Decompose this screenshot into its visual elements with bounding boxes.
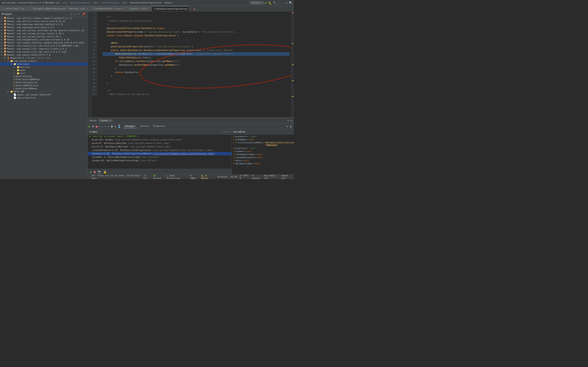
tab-delegating[interactable]: C DelegatingMethodAccessorImpl.cla ×: [29, 6, 66, 11]
debug-layout-btn[interactable]: ⊟: [291, 119, 292, 122]
debug-layout2-btn[interactable]: ⊞: [290, 125, 292, 128]
var-expand-icon[interactable]: ►: [233, 141, 234, 143]
tab-close[interactable]: ×: [87, 8, 88, 10]
frame-build-77[interactable]: build:77, DataSourceBuilder (org.springf…: [88, 145, 232, 149]
tree-item-metrics[interactable]: ► 📁 metrics: [0, 66, 87, 69]
debug-add-btn[interactable]: +: [286, 125, 288, 128]
endpoints-tab[interactable]: Endpoints: [152, 124, 167, 128]
tree-item-servo[interactable]: ▼ 📦 Maven: com.netflix.servo:servo-core:…: [0, 20, 87, 23]
tab-binder[interactable]: C Binder.class ×: [127, 6, 152, 11]
checkmark-button[interactable]: ✓: [283, 1, 285, 4]
user-name[interactable]: luoshu ▾: [250, 1, 264, 4]
frame-bind-97[interactable]: bind:97, DataSourceBuilder (org.springfr…: [88, 142, 232, 145]
debugger-tab[interactable]: Debugger: [123, 124, 137, 128]
build-button[interactable]: 🔨: [273, 1, 277, 4]
evaluate-btn[interactable]: 🖩: [110, 125, 114, 128]
frame-invoke0[interactable]: invoke0:-1, NativeMethodAccessorImpl (su…: [88, 155, 232, 159]
tab-close[interactable]: ×: [26, 8, 27, 10]
tab-javabeanbinder[interactable]: C JavaBeanBinder.class ×: [90, 6, 127, 11]
tree-item-meta-inf[interactable]: ▼ 📁 META-INF: [0, 90, 87, 93]
tree-item-maven-zaxxer[interactable]: ► 📄 maven.com.zaxxer.HikariCP: [0, 93, 87, 96]
pause-btn[interactable]: ⏸: [91, 125, 95, 128]
status-event-log[interactable]: Event Log: [281, 174, 292, 179]
tab-datasourceconfiguration[interactable]: C DataSourceConfiguration.java ×: [152, 6, 189, 11]
sidebar-collapse-btn[interactable]: ⚙: [70, 12, 73, 16]
frame-bind-179[interactable]: bind:179, Binder (org.springframework.bo…: [88, 138, 232, 142]
tree-item-hikarijndifactory[interactable]: ► C HikariJNDIFactory: [0, 84, 87, 87]
breadcrumb-org[interactable]: org: [63, 1, 67, 4]
status-debug[interactable]: 🐛 5: Debug: [201, 174, 215, 179]
tree-item-jersey-contribs[interactable]: ▼ 📦 Maven: com.sun.jersey.contribs:jerse…: [0, 29, 87, 32]
frames-filter-btn[interactable]: ▽: [226, 130, 227, 133]
tree-item-zaxxer-pkg[interactable]: ▼ 📁 com.zaxxer.hikari: [0, 59, 87, 63]
frames-up-btn[interactable]: ↑: [221, 130, 223, 133]
tree-item-ribbon[interactable]: ▼ 📦 Maven: com.netflix.ribbon:ribbon-tra…: [0, 17, 87, 20]
tree-item-okio[interactable]: ▼ 📦 Maven: com.squareup.okio:okio:2.2.2: [0, 26, 87, 29]
tab-accessorimpl[interactable]: C ccessorImpl.cla ×: [0, 6, 29, 11]
debug-settings-btn[interactable]: ⚙: [287, 119, 289, 122]
step-over-btn[interactable]: ↷: [98, 125, 101, 128]
frame-dropdown[interactable]: ▾: [138, 135, 139, 138]
debug-close-btn[interactable]: 🔒: [103, 170, 107, 174]
tab-overflow[interactable]: ▾: [189, 7, 192, 10]
step-into-btn[interactable]: ↓: [101, 125, 104, 128]
sidebar-gear-btn[interactable]: ⟳: [77, 12, 81, 16]
tab-close[interactable]: ×: [123, 8, 124, 10]
frame-invoke-62[interactable]: invoke:62, NativeMethodAccessorImpl (sun…: [88, 159, 232, 162]
status-git[interactable]: ⎇ Git: [143, 174, 151, 179]
debug-session-tab[interactable]: luoshu ×: [98, 119, 112, 122]
tree-item-hikaricp-maven[interactable]: ▼ 📦 Maven: com.zaxxer:HikariCP:2.7.9: [0, 53, 87, 57]
frame-createdatasource[interactable]: createDataSource:43, DataSourceConfigura…: [88, 149, 232, 152]
run-cursor-btn[interactable]: →: [107, 125, 110, 128]
console-tab[interactable]: Console: [138, 124, 151, 128]
frame-datasource-81[interactable]: dataSource:81, DataSourceConfiguration$H…: [88, 152, 232, 155]
breadcrumb-jdbc[interactable]: jdbc: [122, 1, 128, 4]
tab-close[interactable]: ×: [148, 8, 150, 10]
more-button[interactable]: ···: [278, 1, 282, 4]
view-btn[interactable]: ≡: [114, 125, 117, 128]
frames-more-btn[interactable]: +: [228, 130, 230, 133]
breadcrumb-class[interactable]: DataSourceConfiguration: [130, 1, 162, 4]
editor-scrollbar[interactable]: [291, 11, 294, 117]
tree-item-xstream[interactable]: ▼ 📦 Maven: com.thoughtworks.xstream:xstr…: [0, 38, 87, 41]
stop-btn[interactable]: ■: [95, 125, 98, 128]
breadcrumb-hikari[interactable]: Hikari: [164, 1, 173, 4]
frame-running[interactable]: ▶ "main"@1 in group "main": RUNNING ▾: [88, 134, 232, 138]
breadcrumb-springframework[interactable]: springframework: [70, 1, 90, 4]
search-button[interactable]: 🔍: [289, 1, 292, 4]
tree-item-jersey-client[interactable]: ▼ 📦 Maven: com.sun.jersey:jersey-client:…: [0, 32, 87, 35]
tree-item-okhttp[interactable]: ▼ 📦 Maven: com.squareup.okhttp3:okhttp3:…: [0, 23, 87, 26]
tree-item-hikaripoolmxbean[interactable]: ► C HikariPoolMXBean: [0, 87, 87, 90]
var-initmode[interactable]: ► f initializationMode = {DataSourceInit…: [232, 141, 294, 147]
breadcrumb-boot[interactable]: boot: [93, 1, 99, 4]
status-spring[interactable]: 🌿 Spring: [153, 174, 164, 179]
tree-item-pom-props[interactable]: ► 📄 pom.properties: [0, 96, 87, 99]
status-terminal[interactable]: Terminal: [217, 175, 228, 178]
breadcrumb-autoconfigure[interactable]: autoconfigure: [102, 1, 119, 4]
tree-item-hikariconfig[interactable]: ► C HikariConfig: [0, 75, 87, 78]
tree-item-android-json[interactable]: ▼ 📦 Maven: com.vaadin.external.google:an…: [0, 41, 87, 44]
step-out-btn[interactable]: ↑: [104, 125, 107, 128]
sidebar-expand-btn[interactable]: ≡: [73, 12, 76, 16]
tree-item-xxl-rpc[interactable]: ▼ 📦 Maven: com.xuxueli:xxl-rpc-core:1.4.…: [0, 50, 87, 53]
status-todo[interactable]: 6: TODO: [190, 174, 199, 179]
tree-item-pool[interactable]: ► 📁 pool: [0, 69, 87, 72]
sidebar-pin-btn[interactable]: 📌: [81, 12, 86, 16]
tree-item-xxl-registry[interactable]: ▼ 📦 Maven: com.xuxueli:xxl-registry-clie…: [0, 47, 87, 50]
tree-item-hibernate[interactable]: ▼ 📁 hibernate: [0, 63, 87, 66]
frames-down-btn[interactable]: ↓: [224, 130, 225, 133]
undo-button[interactable]: ↩: [286, 1, 288, 4]
tree-item-hikariconfigmxbean[interactable]: ► C HikariConfigMXBean: [0, 78, 87, 81]
status-java-enterprise[interactable]: ☕ Java Enterprise: [167, 174, 187, 179]
debug-photo-btn[interactable]: 📷: [97, 170, 102, 174]
tab-method[interactable]: J Method.java ×: [66, 6, 90, 11]
thread-btn[interactable]: 🧵: [117, 125, 121, 128]
debug-button[interactable]: 🐛: [268, 1, 272, 4]
tree-item-hikaricp-jar[interactable]: ▼ 🏺 HikariCP-2.7.9.jar library root: [0, 57, 87, 59]
tree-item-xxl-job[interactable]: ▼ 📦 Maven: com.xuxueli:xxl-job-core:2.0.…: [0, 44, 87, 47]
debug-stop-mini[interactable]: ■: [93, 170, 96, 174]
debug-resume-mini[interactable]: ▶: [89, 170, 92, 174]
tree-item-util[interactable]: ► 📁 util: [0, 72, 87, 75]
resume-btn[interactable]: ▶: [88, 124, 91, 128]
tree-item-jersey-core[interactable]: ▼ 📦 Maven: com.sun.jersey:jersey-core:1.…: [0, 35, 87, 38]
